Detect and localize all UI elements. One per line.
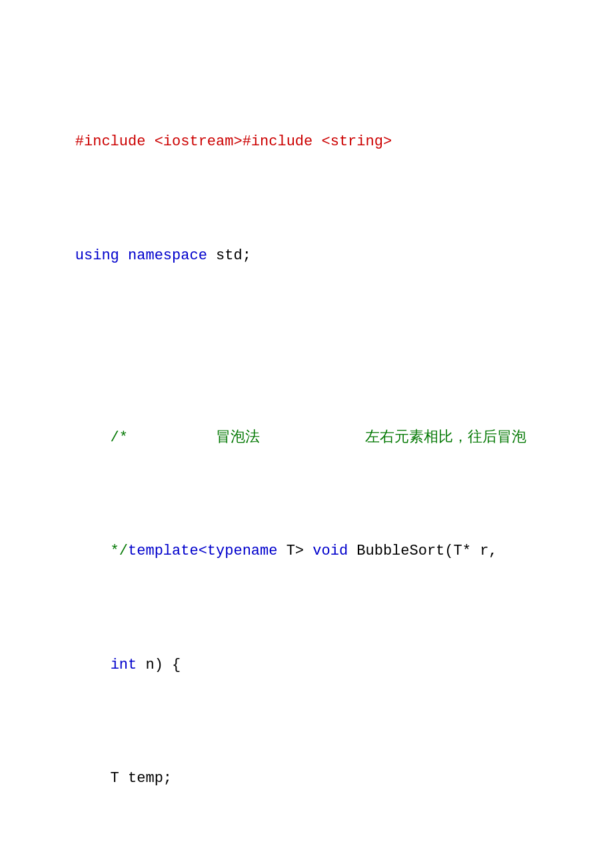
template-keyword: template<typename [128,543,277,559]
comment-line: /* 冒泡法 左右元素相比，往后冒泡 [40,404,573,472]
bubblesort-sig: BubbleSort(T* r, [348,543,497,559]
using-keyword: using namespace [75,247,207,264]
t-temp-line: T temp; [40,745,573,813]
include-iostream: #include <iostream> [75,133,243,150]
int-n-line: int n) { [40,631,573,699]
template-T: T> [277,543,312,559]
int-ij-line: int ij; [40,858,573,868]
std-text: std; [207,247,251,264]
template-line: */template<typename T> void BubbleSort(T… [40,517,573,585]
blank-line-1 [40,335,573,358]
void-keyword: void [312,543,348,559]
t-temp: T temp; [75,770,172,787]
include-line: #include <iostream>#include <string> [40,108,573,176]
code-container: #include <iostream>#include <string> usi… [40,40,573,868]
using-namespace-line: using namespace std; [40,222,573,290]
indent-1 [75,657,111,673]
n-param: n) { [137,657,181,673]
include-string: #include <string> [243,133,392,150]
int-keyword-1: int [111,657,137,673]
comment-end: */ [75,543,128,559]
comment-text: /* 冒泡法 左右元素相比，往后冒泡 [75,429,527,446]
